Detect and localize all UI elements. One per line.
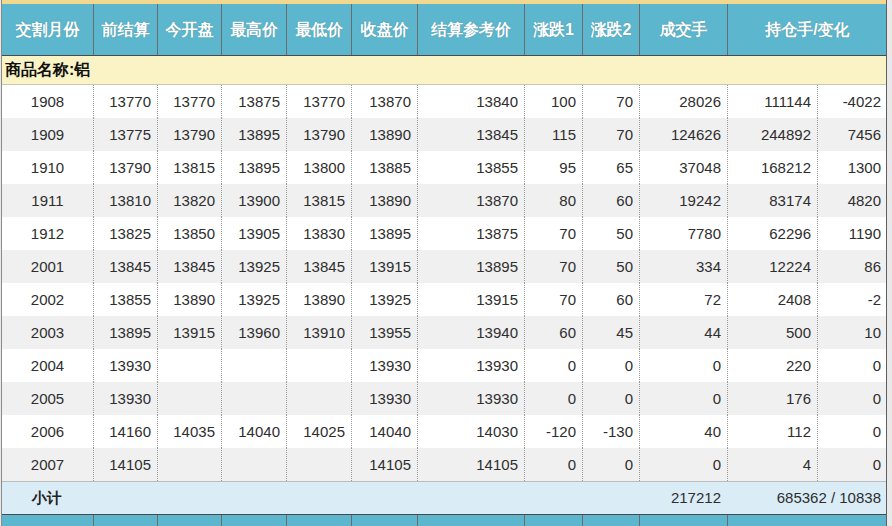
cell-prev_settle: 14105: [93, 448, 157, 481]
cell-change2: 0: [582, 349, 639, 382]
table-row-2003: 2003138951391513960139101395513940604544…: [2, 316, 886, 349]
column-header-prev-settlement: 前结算: [93, 4, 157, 55]
cell-low: 13890: [286, 283, 351, 316]
next-header-cell-low: [286, 515, 351, 526]
cell-volume: 28026: [639, 85, 727, 118]
cell-change1: 70: [524, 250, 582, 283]
cell-close: 13885: [351, 151, 417, 184]
table-row-2001: 2001138451384513925138451391513895705033…: [2, 250, 886, 283]
cell-open: 13850: [157, 217, 221, 250]
cell-settle_ref: 13870: [417, 184, 524, 217]
cell-oi_change: 4820: [817, 184, 887, 217]
cell-high: 13895: [221, 151, 286, 184]
cell-open: [157, 448, 221, 481]
cell-low: 13790: [286, 118, 351, 151]
cell-prev_settle: 13855: [93, 283, 157, 316]
cell-close: 13930: [351, 349, 417, 382]
cell-oi_change: -2: [817, 283, 887, 316]
cell-low: 13830: [286, 217, 351, 250]
next-header-cell-high: [221, 515, 286, 526]
cell-settle_ref: 13840: [417, 85, 524, 118]
cell-change2: 60: [582, 184, 639, 217]
cell-prev_settle: 13845: [93, 250, 157, 283]
cell-high: 13900: [221, 184, 286, 217]
cell-change1: 0: [524, 382, 582, 415]
cell-open_interest: 111144: [727, 85, 817, 118]
cell-month: 2002: [2, 283, 93, 316]
cell-oi_change: 86: [817, 250, 887, 283]
table-row-1910: 1910137901381513895138001388513855956537…: [2, 151, 886, 184]
next-header-cell-settlement-ref: [417, 515, 524, 526]
cell-close: 13915: [351, 250, 417, 283]
cell-oi_change: 0: [817, 349, 887, 382]
cell-change1: 100: [524, 85, 582, 118]
product-name-row: 商品名称:铝: [2, 56, 886, 85]
cell-change1: 95: [524, 151, 582, 184]
column-header-change2: 涨跌2: [582, 4, 639, 55]
cell-month: 1911: [2, 184, 93, 217]
cell-month: 1912: [2, 217, 93, 250]
table-row-1908: 1908137701377013875137701387013840100702…: [2, 85, 886, 118]
cell-prev_settle: 13810: [93, 184, 157, 217]
cell-close: 13895: [351, 217, 417, 250]
cell-high: [221, 349, 286, 382]
cell-change2: 70: [582, 85, 639, 118]
cell-volume: 0: [639, 349, 727, 382]
cell-open_interest: 4: [727, 448, 817, 481]
cell-open_interest: 244892: [727, 118, 817, 151]
cell-oi_change: 10: [817, 316, 887, 349]
cell-settle_ref: 13930: [417, 382, 524, 415]
cell-volume: 7780: [639, 217, 727, 250]
next-header-cell-change2: [582, 515, 639, 526]
cell-prev_settle: 13895: [93, 316, 157, 349]
cell-low: 13910: [286, 316, 351, 349]
cell-close: 13890: [351, 118, 417, 151]
cell-volume: 0: [639, 382, 727, 415]
cell-open_interest: 62296: [727, 217, 817, 250]
cell-open_interest: 83174: [727, 184, 817, 217]
cell-month: 1910: [2, 151, 93, 184]
next-header-cell-volume: [639, 515, 727, 526]
cell-month: 2003: [2, 316, 93, 349]
cell-month: 2001: [2, 250, 93, 283]
cell-open_interest: 220: [727, 349, 817, 382]
cell-high: 13895: [221, 118, 286, 151]
table-row-2005: 20051393013930139300001760: [2, 382, 886, 415]
column-header-oi-and-change: 持仓手/变化: [727, 4, 887, 55]
cell-high: [221, 448, 286, 481]
cell-open_interest: 500: [727, 316, 817, 349]
table-row-1909: 1909137751379013895137901389013845115701…: [2, 118, 886, 151]
cell-settle_ref: 13845: [417, 118, 524, 151]
cell-prev_settle: 14160: [93, 415, 157, 448]
cell-change1: 0: [524, 448, 582, 481]
table-row-2006: 2006141601403514040140251404014030-120-1…: [2, 415, 886, 448]
cell-prev_settle: 13790: [93, 151, 157, 184]
cell-change2: 50: [582, 250, 639, 283]
cell-settle_ref: 14030: [417, 415, 524, 448]
cell-open: 13790: [157, 118, 221, 151]
subtotal-row: 小计 217212 685362 / 10838: [2, 481, 886, 514]
subtotal-spacer: [93, 482, 639, 514]
cell-change2: -130: [582, 415, 639, 448]
cell-month: 1909: [2, 118, 93, 151]
cell-change2: 50: [582, 217, 639, 250]
cell-low: 14025: [286, 415, 351, 448]
next-header-cell-prev-settlement: [93, 515, 157, 526]
column-header-change1: 涨跌1: [524, 4, 582, 55]
cell-low: 13845: [286, 250, 351, 283]
cell-settle_ref: 14105: [417, 448, 524, 481]
cell-month: 2004: [2, 349, 93, 382]
cell-high: 13925: [221, 250, 286, 283]
cell-prev_settle: 13825: [93, 217, 157, 250]
cell-month: 2006: [2, 415, 93, 448]
table-row-1912: 1912138251385013905138301389513875705077…: [2, 217, 886, 250]
table-row-2002: 2002138551389013925138901392513915706072…: [2, 283, 886, 316]
cell-change2: 45: [582, 316, 639, 349]
cell-close: 13930: [351, 382, 417, 415]
cell-close: 14105: [351, 448, 417, 481]
cell-oi_change: 1190: [817, 217, 887, 250]
cell-change2: 70: [582, 118, 639, 151]
next-header-cell-open: [157, 515, 221, 526]
cell-change1: 115: [524, 118, 582, 151]
cell-high: [221, 382, 286, 415]
